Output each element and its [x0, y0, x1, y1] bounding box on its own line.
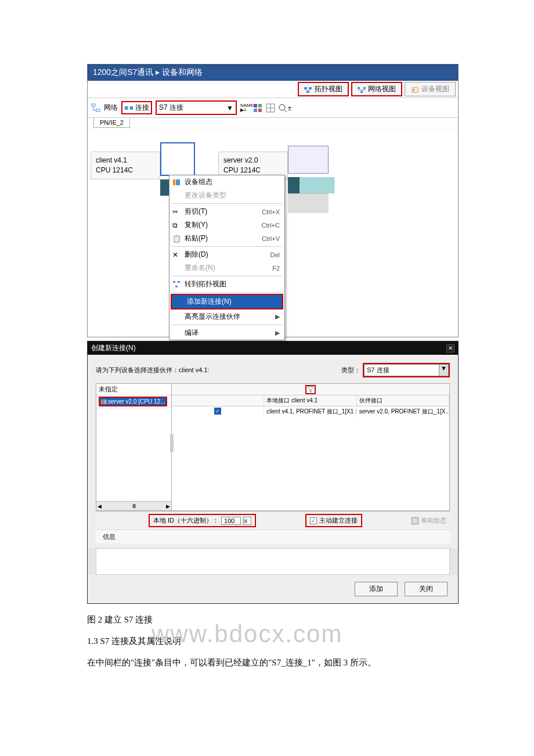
- svg-rect-22: [178, 281, 180, 283]
- svg-rect-15: [258, 109, 262, 112]
- tab-network[interactable]: 网络视图: [351, 82, 402, 96]
- row-check-icon[interactable]: ✓: [214, 408, 221, 415]
- menu-paste[interactable]: 📋 粘贴(P) Ctrl+V: [169, 232, 284, 245]
- device-small-icon: [101, 399, 107, 405]
- pnie-tag[interactable]: PN/IE_2: [93, 118, 130, 128]
- menu-add-connection-label: 添加新连接(N): [187, 297, 232, 307]
- list-unassigned[interactable]: 未指定: [96, 384, 171, 395]
- menu-add-connection[interactable]: 添加新连接(N): [172, 295, 282, 308]
- type-dropdown[interactable]: S7 连接: [364, 364, 439, 376]
- menu-cut[interactable]: ✂ 剪切(T) Ctrl+X: [169, 205, 284, 218]
- menu-device-config-label: 设备组态: [185, 177, 212, 187]
- menu-change-device-type: 更改设备类型: [169, 189, 284, 202]
- tab-topology-label: 拓扑视图: [315, 84, 342, 94]
- network-tool-icon[interactable]: [91, 103, 100, 113]
- menu-rename: 重命名(N) F2: [169, 261, 284, 275]
- menu-goto-topology[interactable]: 转到拓扑视图: [169, 278, 284, 291]
- device-client[interactable]: client v4.1 CPU 1214C: [91, 152, 160, 179]
- menu-highlight-partner[interactable]: 高亮显示连接伙伴 ▶: [169, 310, 284, 323]
- menu-copy[interactable]: ⧉ 复制(Y) Ctrl+C: [169, 218, 284, 232]
- copy-icon: ⧉: [172, 221, 181, 229]
- menu-delete-label: 删除(D): [185, 250, 208, 260]
- close-icon[interactable]: ✕: [446, 344, 454, 352]
- network-canvas[interactable]: client v4.1 CPU 1214C server v2.0 CPU 12…: [88, 128, 458, 337]
- list-selected-label: server v2.0 [CPU 12...: [108, 398, 165, 405]
- cut-icon: ✂: [172, 208, 181, 216]
- connection-type-dropdown[interactable]: S7 连接 ▼: [156, 100, 237, 115]
- create-connection-dialog: www.bdocx.com 创建新连接(N) ✕ 请为下列设备选择连接伙伴：cl…: [87, 341, 459, 604]
- type-value: S7 连接: [367, 366, 389, 375]
- svg-rect-23: [175, 286, 178, 287]
- connections-button[interactable]: 连接: [121, 101, 152, 114]
- connections-icon: [124, 103, 134, 113]
- menu-rename-shortcut: F2: [272, 265, 280, 272]
- svg-rect-24: [101, 399, 103, 404]
- zoom-icon[interactable]: ±: [279, 103, 288, 113]
- tab-device-label: 设备视图: [421, 84, 449, 94]
- svg-rect-0: [304, 87, 307, 89]
- row-partner: server v2.0, PROFINET 接口_1[X...: [357, 406, 449, 417]
- menu-rename-label: 重命名(N): [185, 263, 215, 273]
- svg-rect-6: [412, 88, 418, 92]
- add-button[interactable]: 添加: [355, 582, 398, 596]
- active-label: 主动建立连接: [319, 516, 358, 525]
- svg-rect-19: [173, 179, 175, 185]
- type-label: 类型：: [341, 366, 360, 375]
- submenu-arrow-icon: ▶: [275, 313, 280, 321]
- chevron-down-icon[interactable]: ▼: [439, 364, 449, 376]
- table-row[interactable]: ✓ client v4.1, PROFINET 接口_1[X1 : PN(LA.…: [172, 406, 449, 417]
- menu-copy-label: 复制(Y): [185, 220, 208, 230]
- info-label: 信息: [96, 530, 450, 543]
- svg-text:±: ±: [288, 105, 291, 111]
- menu-device-config[interactable]: 设备组态: [169, 175, 284, 189]
- local-id-box: 本地 ID（十六进制）： 100 ≡: [149, 514, 256, 527]
- grid2-icon[interactable]: [266, 103, 275, 113]
- topology-icon: [304, 87, 312, 92]
- info-area: [96, 548, 450, 575]
- device-client-cpu: CPU 1214C: [96, 165, 155, 175]
- svg-rect-14: [254, 109, 257, 112]
- network-icon: [358, 87, 366, 92]
- svg-rect-9: [96, 109, 100, 111]
- menu-cut-shortcut: Ctrl+X: [262, 208, 280, 215]
- svg-point-17: [279, 105, 285, 110]
- paste-icon: 📋: [172, 235, 181, 243]
- svg-rect-20: [176, 179, 180, 185]
- svg-rect-8: [92, 104, 95, 106]
- relations-icon[interactable]: NAME▶≡: [240, 103, 250, 113]
- local-id-label: 本地 ID（十六进制）：: [153, 516, 219, 525]
- grid1-icon[interactable]: [253, 103, 262, 113]
- connection-type-value: S7 连接: [159, 103, 183, 113]
- svg-rect-11: [130, 106, 133, 110]
- svg-rect-12: [254, 104, 257, 107]
- svg-rect-4: [363, 87, 366, 89]
- device-client-name: client v4.1: [96, 156, 155, 165]
- menu-highlight-partner-label: 高亮显示连接伙伴: [185, 312, 240, 322]
- paragraph: 在中间栏的"连接"条目中，可以看到已经建立的"S7_连接_1"，如图 3 所示。: [87, 657, 459, 668]
- menu-delete[interactable]: ✕ 删除(D) Del: [169, 248, 284, 261]
- menu-goto-topology-label: 转到拓扑视图: [185, 279, 226, 289]
- submenu-arrow-icon: ▶: [275, 329, 280, 337]
- svg-rect-25: [103, 399, 107, 404]
- active-connection-box[interactable]: ✓ 主动建立连接: [305, 514, 362, 527]
- row-local: client v4.1, PROFINET 接口_1[X1 : PN(LA...: [264, 406, 356, 417]
- menu-compile[interactable]: 编译 ▶: [169, 326, 284, 340]
- menu-change-device-type-label: 更改设备类型: [185, 190, 226, 200]
- local-id-input[interactable]: 100: [221, 517, 241, 525]
- tab-device[interactable]: 设备视图: [405, 82, 456, 96]
- filter-button[interactable]: [305, 385, 316, 394]
- svg-rect-5: [360, 91, 363, 93]
- figure-caption: 图 2 建立 S7 连接: [87, 614, 459, 625]
- partner-list: 未指定 server v2.0 [CPU 12... ◀Ⅲ▶: [96, 384, 172, 510]
- splitter[interactable]: [170, 434, 174, 452]
- tab-topology[interactable]: 拓扑视图: [298, 82, 349, 96]
- close-button[interactable]: 关闭: [405, 582, 448, 596]
- list-item[interactable]: server v2.0 [CPU 12...: [96, 395, 171, 408]
- active-checkbox[interactable]: ✓: [310, 517, 317, 524]
- device-icon: [411, 87, 419, 92]
- spin-icon[interactable]: ≡: [243, 517, 251, 525]
- section-heading: 1.3 S7 连接及其属性说明: [87, 636, 459, 647]
- chevron-down-icon: ▼: [226, 104, 233, 112]
- scrollbar[interactable]: ◀Ⅲ▶: [96, 501, 171, 510]
- tab-network-label: 网络视图: [368, 84, 396, 94]
